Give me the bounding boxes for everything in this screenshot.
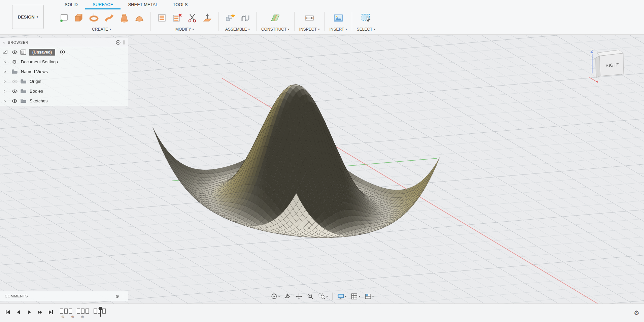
timeline-feature[interactable] [64, 309, 68, 314]
group-select: SELECT ▾ [353, 10, 379, 32]
chevron-down-icon: ▾ [248, 28, 250, 31]
circle-minus-icon[interactable] [116, 40, 121, 45]
timeline-group-expand-icon[interactable]: ⊕ [71, 315, 74, 319]
browser-row-origin[interactable]: ▷ Origin [0, 76, 128, 86]
group-insert: INSERT ▾ [325, 10, 351, 32]
chevron-down-icon: ▾ [109, 28, 111, 31]
grid-settings-button[interactable]: ▾ [349, 292, 361, 301]
comments-title: COMMENTS [5, 294, 115, 298]
reverse-normal-icon[interactable] [201, 11, 214, 24]
expand-caret-icon[interactable]: ▷ [0, 70, 10, 73]
create-sketch-icon[interactable] [57, 11, 70, 24]
timeline-feature[interactable] [60, 309, 63, 314]
timeline-position-marker[interactable] [98, 307, 103, 319]
chevron-down-icon: ▾ [345, 295, 347, 298]
comments-bar[interactable]: COMMENTS ⊕ [0, 291, 128, 301]
timeline-feature[interactable] [69, 309, 72, 314]
timeline-feature[interactable] [94, 309, 97, 314]
sweep-icon[interactable] [103, 11, 115, 24]
revolve-icon[interactable] [88, 11, 100, 24]
extrude-icon[interactable] [72, 11, 85, 24]
visibility-eye-icon[interactable] [10, 89, 19, 93]
assemble-dropdown[interactable]: ASSEMBLE ▾ [225, 27, 250, 32]
chevron-down-icon: ▾ [326, 295, 328, 298]
timeline-feature[interactable] [86, 309, 89, 314]
browser-header: « BROWSER [0, 38, 128, 47]
timeline-feature[interactable] [77, 309, 80, 314]
browser-row-bodies[interactable]: ▷ Bodies [0, 86, 128, 96]
display-settings-icon [337, 293, 344, 300]
press-pull-icon[interactable] [156, 11, 168, 24]
zoom-window-button[interactable]: ▾ [317, 292, 329, 301]
timeline-group-expand-icon[interactable]: ⊕ [81, 315, 84, 319]
timeline-settings-gear-icon[interactable]: ⚙ [634, 309, 639, 316]
chevron-down-icon: ▾ [359, 295, 360, 298]
activate-component-radio[interactable] [60, 50, 65, 55]
expand-caret-icon[interactable]: ▷ [0, 89, 10, 93]
viewcube[interactable]: Z RIGHT [585, 40, 635, 90]
timeline-feature[interactable] [81, 309, 84, 314]
select-dropdown[interactable]: SELECT ▾ [357, 27, 375, 32]
tab-tools[interactable]: TOOLS [166, 0, 195, 9]
patch-icon[interactable] [133, 11, 146, 24]
expand-caret-icon[interactable]: ▷ [0, 60, 10, 64]
loft-icon[interactable] [118, 11, 131, 24]
construct-dropdown[interactable]: CONSTRUCT ▾ [261, 27, 290, 32]
joint-icon[interactable] [239, 11, 251, 24]
timeline-playback-controls [5, 309, 54, 315]
zoom-button[interactable] [306, 292, 315, 301]
insert-dropdown[interactable]: INSERT ▾ [329, 27, 347, 32]
play-button[interactable] [26, 309, 32, 315]
select-window-icon[interactable] [360, 11, 372, 24]
skip-to-start-button[interactable] [5, 309, 11, 315]
browser-document-row[interactable]: (Unsaved) [0, 47, 128, 57]
delete-icon[interactable] [171, 11, 183, 24]
modify-dropdown[interactable]: MODIFY ▾ [175, 27, 194, 32]
skip-to-end-button[interactable] [48, 309, 54, 315]
viewports-icon [364, 293, 372, 300]
gear-icon: ⚙ [10, 59, 19, 65]
visibility-eye-icon[interactable] [10, 99, 19, 103]
create-dropdown[interactable]: CREATE ▾ [92, 27, 111, 32]
browser-row-document-settings[interactable]: ▷ ⚙ Document Settings [0, 57, 128, 67]
browser-row-sketches[interactable]: ▷ Sketches [0, 96, 128, 106]
folder-icon [19, 79, 28, 84]
tab-surface[interactable]: SURFACE [85, 0, 121, 9]
toolbar-divider [150, 12, 151, 31]
step-forward-button[interactable] [37, 309, 43, 315]
measure-icon[interactable] [303, 11, 316, 24]
document-name-chip[interactable]: (Unsaved) [29, 49, 55, 56]
step-back-button[interactable] [15, 309, 22, 315]
panel-grip-icon[interactable] [123, 40, 125, 45]
design-menu-button[interactable]: DESIGN ▾ [12, 5, 44, 29]
timeline-group-expand-icon[interactable]: ⊕ [61, 315, 64, 319]
construct-plane-icon[interactable] [269, 11, 282, 24]
select-label: SELECT [357, 27, 373, 32]
expand-caret-icon[interactable]: ▷ [0, 99, 10, 103]
expand-caret-icon[interactable]: ▷ [0, 79, 10, 83]
inspect-dropdown[interactable]: INSPECT ▾ [299, 27, 320, 32]
ribbon-tool-row: CREATE ▾ [53, 10, 379, 34]
add-comment-icon[interactable]: ⊕ [115, 294, 119, 299]
viewports-button[interactable]: ▾ [363, 292, 375, 301]
chevron-down-icon: ▾ [37, 15, 38, 19]
timeline-track[interactable]: ⊕ ⊕ ⊕ [60, 307, 100, 320]
insert-canvas-icon[interactable] [332, 11, 345, 24]
new-component-icon[interactable] [224, 11, 236, 24]
tab-solid[interactable]: SOLID [57, 0, 85, 9]
orbit-button[interactable]: ▾ [269, 292, 281, 301]
tab-sheet-metal[interactable]: SHEET METAL [121, 0, 165, 9]
row-label: Bodies [30, 89, 43, 94]
visibility-eye-icon[interactable] [10, 50, 19, 54]
display-settings-button[interactable]: ▾ [336, 292, 348, 301]
browser-row-named-views[interactable]: ▷ Named Views [0, 67, 128, 76]
panel-grip-icon[interactable] [123, 294, 125, 298]
visibility-eye-off-icon[interactable] [10, 79, 19, 84]
chevron-down-icon: ▾ [318, 28, 320, 31]
pan-button[interactable] [294, 292, 304, 301]
look-at-button[interactable] [283, 292, 292, 301]
component-arrow-icon [0, 50, 10, 54]
group-construct: CONSTRUCT ▾ [257, 10, 294, 32]
trim-scissors-icon[interactable] [186, 11, 199, 24]
collapse-panel-icon[interactable]: « [3, 40, 5, 45]
